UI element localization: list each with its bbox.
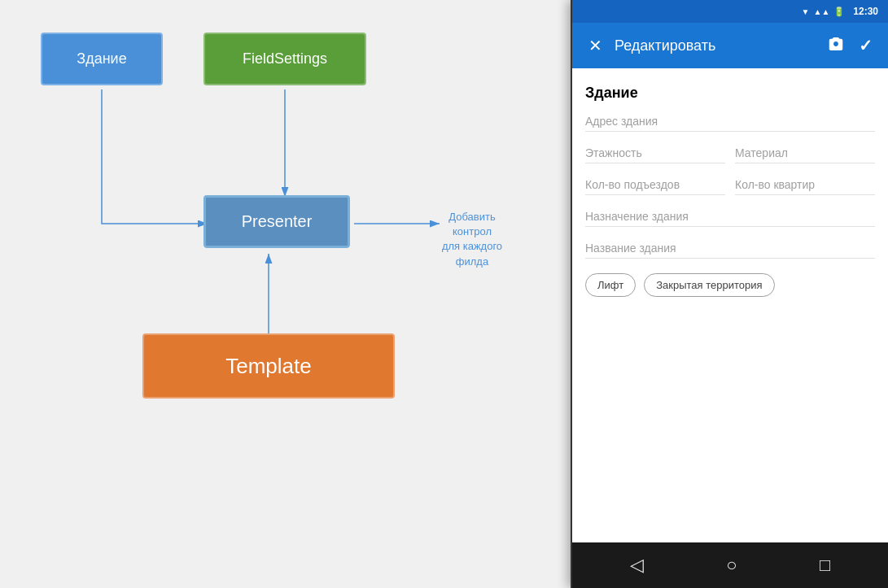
app-bar-title: Редактировать (615, 37, 816, 54)
wifi-icon: ▲▲ (814, 7, 830, 16)
name-field[interactable]: Название здания (585, 242, 875, 259)
template-box: Template (142, 333, 395, 399)
material-label: Материал (735, 146, 875, 163)
diagram-section: Здание FieldSettings Presenter Добавитьк… (0, 0, 571, 588)
flats-label: Кол-во квартир (735, 178, 875, 195)
phone-section: ▼ ▲▲ 🔋 12:30 ✕ Редактировать ✓ Зд (571, 0, 888, 588)
chip-lift[interactable]: Лифт (585, 273, 636, 297)
floors-field[interactable]: Этажность (585, 146, 725, 163)
zdanie-label: Здание (77, 50, 126, 68)
name-label: Название здания (585, 242, 875, 259)
floors-label: Этажность (585, 146, 725, 163)
check-button[interactable]: ✓ (855, 36, 875, 55)
nav-bar: ◁ ○ □ (572, 542, 888, 588)
status-bar: ▼ ▲▲ 🔋 12:30 (572, 0, 888, 23)
row-entrances-flats: Кол-во подъездов Кол-во квартир (585, 178, 875, 195)
app-bar: ✕ Редактировать ✓ (572, 23, 888, 68)
phone-mockup: ▼ ▲▲ 🔋 12:30 ✕ Редактировать ✓ Зд (571, 0, 888, 588)
material-field[interactable]: Материал (735, 146, 875, 163)
purpose-field[interactable]: Назначение здания (585, 210, 875, 227)
chip-closed-territory[interactable]: Закрытая территория (644, 273, 774, 297)
home-nav-button[interactable]: ○ (726, 555, 737, 576)
field-settings-label: FieldSettings (243, 50, 327, 68)
chips-row: Лифт Закрытая территория (585, 273, 875, 297)
main-container: Здание FieldSettings Presenter Добавитьк… (0, 0, 888, 588)
arrow-annotation: Добавитьконтролдля каждого филда (427, 210, 517, 269)
template-label: Template (225, 354, 312, 379)
address-field[interactable]: Адрес здания (585, 115, 875, 132)
presenter-label: Presenter (242, 212, 313, 231)
diagram-canvas: Здание FieldSettings Presenter Добавитьк… (16, 16, 554, 572)
flats-field[interactable]: Кол-во квартир (735, 178, 875, 195)
close-button[interactable]: ✕ (585, 36, 605, 55)
arrows-svg (16, 16, 554, 572)
address-label: Адрес здания (585, 115, 875, 132)
presenter-box: Presenter (203, 195, 350, 248)
battery-icon: 🔋 (833, 7, 845, 17)
entrances-field[interactable]: Кол-во подъездов (585, 178, 725, 195)
field-settings-box: FieldSettings (203, 33, 366, 85)
recent-nav-button[interactable]: □ (820, 555, 830, 576)
content-area: Здание Адрес здания Этажность Материал (572, 68, 888, 542)
signal-icon: ▼ (802, 7, 810, 16)
section-title: Здание (585, 85, 875, 102)
zdanie-box: Здание (41, 33, 163, 85)
status-time: 12:30 (853, 6, 878, 17)
camera-button[interactable] (826, 35, 846, 57)
entrances-label: Кол-во подъездов (585, 178, 725, 195)
back-nav-button[interactable]: ◁ (630, 555, 644, 576)
purpose-label: Назначение здания (585, 210, 875, 227)
status-icons: ▼ ▲▲ 🔋 (802, 7, 846, 17)
row-floors-material: Этажность Материал (585, 146, 875, 163)
